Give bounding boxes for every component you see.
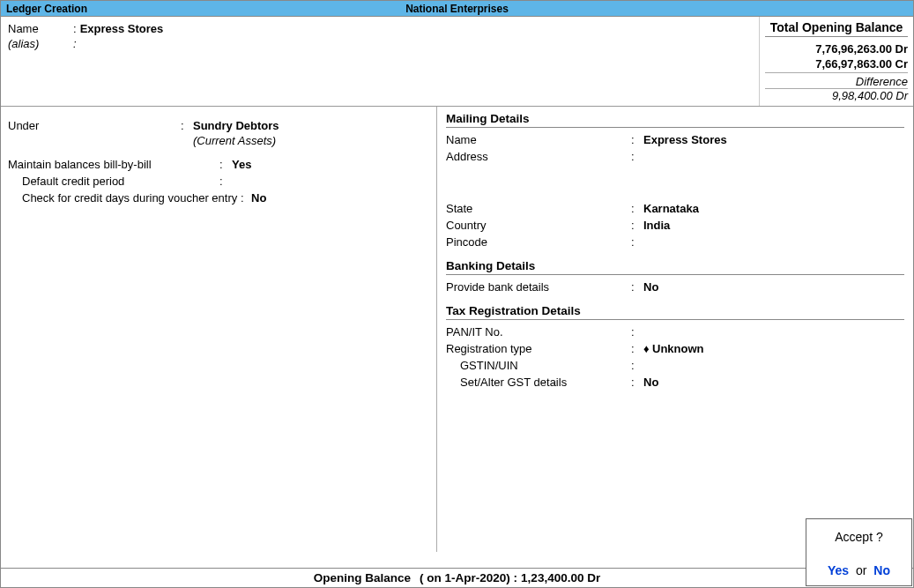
banking-details-header: Banking Details xyxy=(446,259,904,275)
mailing-country-label: Country xyxy=(446,219,631,232)
mailing-state-value[interactable]: Karnataka xyxy=(643,202,699,215)
under-value[interactable]: Sundry Debtors xyxy=(193,119,279,132)
mailing-country-value[interactable]: India xyxy=(643,219,670,232)
mailing-pincode-label: Pincode xyxy=(446,235,631,249)
opening-balance-amount[interactable]: 1,23,400.00 Dr xyxy=(521,571,600,584)
gstin-label: GSTIN/UIN xyxy=(460,359,631,372)
opening-balance-date: ( on 1-Apr-2020) : xyxy=(420,571,517,584)
check-credit-days-label: Check for credit days during voucher ent… xyxy=(22,191,241,205)
name-label: Name xyxy=(8,22,70,35)
under-label: Under xyxy=(8,119,181,132)
diamond-icon: ♦ xyxy=(643,342,652,355)
total-dr: 7,76,96,263.00 Dr xyxy=(765,42,908,56)
accept-dialog: Accept ? Yes or No xyxy=(806,518,912,586)
mailing-state-label: State xyxy=(446,202,631,215)
under-subgroup: (Current Assets) xyxy=(181,134,429,147)
accept-question: Accept ? xyxy=(806,530,911,544)
check-credit-days-value[interactable]: No xyxy=(251,191,266,205)
tax-registration-header: Tax Registration Details xyxy=(446,304,904,320)
difference-label: Difference xyxy=(765,72,908,88)
difference-value: 9,98,400.00 Dr xyxy=(765,88,908,102)
regtype-label: Registration type xyxy=(446,342,631,355)
maintain-bill-label: Maintain balances bill-by-bill xyxy=(8,158,219,171)
details-panel: Mailing Details Name : Express Stores Ad… xyxy=(437,107,913,552)
accept-no-button[interactable]: No xyxy=(873,563,890,577)
provide-bank-label: Provide bank details xyxy=(446,280,631,294)
mailing-name-label: Name xyxy=(446,133,631,146)
ledger-settings-panel: Under : Sundry Debtors (Current Assets) … xyxy=(1,107,437,552)
name-input[interactable]: Express Stores xyxy=(80,22,164,35)
opening-balance-label: Opening Balance xyxy=(314,571,411,584)
alias-label: (alias) xyxy=(8,37,70,50)
accept-or-text: or xyxy=(856,563,866,577)
name-panel: Name : Express Stores (alias) : xyxy=(1,17,759,106)
setalter-gst-label: Set/Alter GST details xyxy=(460,376,631,389)
opening-balance-summary: Total Opening Balance 7,76,96,263.00 Dr … xyxy=(759,17,913,106)
setalter-gst-value[interactable]: No xyxy=(643,376,658,389)
title-bar: Ledger Creation National Enterprises xyxy=(1,1,913,17)
screen-title: Ledger Creation xyxy=(6,3,87,15)
mailing-address-label: Address xyxy=(446,150,631,163)
mailing-name-value[interactable]: Express Stores xyxy=(643,133,727,146)
pan-label: PAN/IT No. xyxy=(446,325,631,339)
total-opening-balance-header: Total Opening Balance xyxy=(765,20,908,37)
company-name: National Enterprises xyxy=(1,3,913,15)
maintain-bill-value[interactable]: Yes xyxy=(232,158,251,171)
mailing-details-header: Mailing Details xyxy=(446,112,904,128)
regtype-value[interactable]: Unknown xyxy=(652,342,704,355)
provide-bank-value[interactable]: No xyxy=(643,280,658,294)
total-cr: 7,66,97,863.00 Cr xyxy=(765,57,908,71)
default-credit-period-label: Default credit period xyxy=(22,175,219,188)
opening-balance-footer: Opening Balance ( on 1-Apr-2020) : 1,23,… xyxy=(1,568,913,587)
accept-yes-button[interactable]: Yes xyxy=(828,563,849,577)
